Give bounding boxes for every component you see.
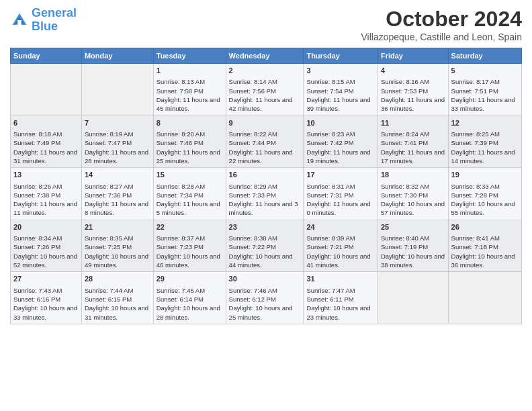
day-info: Daylight: 11 hours and 14 minutes. bbox=[451, 148, 519, 166]
day-info: Daylight: 10 hours and 49 minutes. bbox=[85, 252, 150, 270]
day-number: 27 bbox=[13, 274, 79, 284]
day-info: Daylight: 10 hours and 33 minutes. bbox=[13, 304, 79, 322]
main-title: October 2024 bbox=[361, 7, 522, 32]
day-cell: 20Sunrise: 8:34 AMSunset: 7:26 PMDayligh… bbox=[11, 220, 82, 272]
day-cell: 18Sunrise: 8:32 AMSunset: 7:30 PMDayligh… bbox=[378, 168, 448, 220]
day-number: 15 bbox=[157, 170, 223, 180]
day-number: 25 bbox=[381, 222, 445, 232]
logo: General Blue bbox=[10, 7, 77, 34]
day-info: Sunset: 7:58 PM bbox=[157, 87, 223, 95]
day-cell: 6Sunrise: 8:18 AMSunset: 7:49 PMDaylight… bbox=[11, 116, 82, 168]
day-info: Sunrise: 7:46 AM bbox=[229, 286, 301, 295]
day-info: Sunrise: 8:19 AM bbox=[85, 130, 150, 138]
day-info: Sunset: 6:14 PM bbox=[157, 295, 223, 304]
day-info: Sunset: 7:36 PM bbox=[85, 191, 150, 199]
day-info: Sunrise: 8:28 AM bbox=[157, 182, 223, 191]
day-info: Sunrise: 8:27 AM bbox=[85, 182, 150, 191]
day-info: Sunrise: 8:26 AM bbox=[13, 182, 79, 191]
day-info: Daylight: 11 hours and 28 minutes. bbox=[85, 148, 150, 166]
logo-icon bbox=[10, 11, 29, 30]
day-cell: 5Sunrise: 8:17 AMSunset: 7:51 PMDaylight… bbox=[448, 64, 521, 116]
day-info: Daylight: 11 hours and 0 minutes. bbox=[306, 199, 375, 218]
day-cell: 25Sunrise: 8:40 AMSunset: 7:19 PMDayligh… bbox=[378, 220, 448, 272]
day-info: Sunset: 6:15 PM bbox=[85, 295, 150, 304]
day-number: 17 bbox=[306, 170, 375, 180]
day-number: 5 bbox=[451, 66, 519, 76]
day-info: Sunrise: 8:25 AM bbox=[451, 130, 519, 138]
day-number: 14 bbox=[85, 170, 150, 180]
day-info: Daylight: 11 hours and 42 minutes. bbox=[229, 95, 301, 113]
day-info: Sunset: 7:46 PM bbox=[157, 138, 223, 147]
day-info: Sunrise: 8:23 AM bbox=[306, 130, 375, 138]
day-info: Sunrise: 8:24 AM bbox=[381, 130, 445, 138]
day-number: 29 bbox=[157, 274, 223, 284]
subtitle: Villazopeque, Castille and Leon, Spain bbox=[361, 32, 522, 42]
day-cell: 30Sunrise: 7:46 AMSunset: 6:12 PMDayligh… bbox=[226, 272, 304, 324]
day-info: Daylight: 10 hours and 55 minutes. bbox=[451, 199, 519, 218]
day-number: 16 bbox=[229, 170, 301, 180]
day-info: Sunset: 7:30 PM bbox=[381, 191, 445, 199]
day-info: Sunset: 7:54 PM bbox=[306, 87, 375, 95]
svg-rect-2 bbox=[17, 20, 21, 25]
day-info: Sunrise: 7:44 AM bbox=[85, 286, 150, 295]
week-row-4: 20Sunrise: 8:34 AMSunset: 7:26 PMDayligh… bbox=[11, 220, 522, 272]
logo-text: General Blue bbox=[32, 7, 77, 34]
day-info: Sunrise: 8:40 AM bbox=[381, 234, 445, 242]
day-info: Daylight: 11 hours and 39 minutes. bbox=[306, 95, 375, 113]
day-cell: 19Sunrise: 8:33 AMSunset: 7:28 PMDayligh… bbox=[448, 168, 521, 220]
day-info: Sunrise: 8:22 AM bbox=[229, 130, 301, 138]
day-cell: 27Sunrise: 7:43 AMSunset: 6:16 PMDayligh… bbox=[11, 272, 82, 324]
day-info: Sunset: 7:22 PM bbox=[229, 242, 301, 251]
day-number: 4 bbox=[381, 66, 445, 76]
day-info: Daylight: 11 hours and 36 minutes. bbox=[381, 95, 445, 113]
day-number: 20 bbox=[13, 222, 79, 232]
day-info: Sunset: 7:53 PM bbox=[381, 87, 445, 95]
day-info: Daylight: 10 hours and 57 minutes. bbox=[381, 199, 445, 218]
day-info: Sunrise: 8:35 AM bbox=[85, 234, 150, 242]
day-info: Sunrise: 8:13 AM bbox=[157, 77, 223, 86]
day-info: Sunset: 7:47 PM bbox=[85, 138, 150, 147]
day-info: Sunset: 7:38 PM bbox=[13, 191, 79, 199]
day-info: Daylight: 10 hours and 38 minutes. bbox=[381, 252, 445, 270]
title-block: October 2024 Villazopeque, Castille and … bbox=[361, 7, 522, 42]
day-cell: 7Sunrise: 8:19 AMSunset: 7:47 PMDaylight… bbox=[81, 116, 153, 168]
day-info: Sunset: 6:12 PM bbox=[229, 295, 301, 304]
page-header: General Blue October 2024 Villazopeque, … bbox=[10, 7, 522, 42]
day-info: Sunset: 7:39 PM bbox=[451, 138, 519, 147]
day-cell: 21Sunrise: 8:35 AMSunset: 7:25 PMDayligh… bbox=[81, 220, 153, 272]
day-cell bbox=[81, 64, 153, 116]
day-info: Daylight: 11 hours and 3 minutes. bbox=[229, 199, 301, 218]
column-header-tuesday: Tuesday bbox=[153, 48, 226, 64]
day-info: Daylight: 10 hours and 28 minutes. bbox=[157, 304, 223, 322]
day-info: Sunset: 7:41 PM bbox=[381, 138, 445, 147]
week-row-1: 1Sunrise: 8:13 AMSunset: 7:58 PMDaylight… bbox=[11, 64, 522, 116]
day-info: Sunrise: 8:15 AM bbox=[306, 77, 375, 86]
day-cell bbox=[11, 64, 82, 116]
day-info: Sunrise: 8:31 AM bbox=[306, 182, 375, 191]
day-number: 2 bbox=[229, 66, 301, 76]
day-info: Sunrise: 8:32 AM bbox=[381, 182, 445, 191]
day-info: Sunset: 7:28 PM bbox=[451, 191, 519, 199]
day-cell: 3Sunrise: 8:15 AMSunset: 7:54 PMDaylight… bbox=[304, 64, 378, 116]
day-info: Daylight: 11 hours and 17 minutes. bbox=[381, 148, 445, 166]
day-number: 7 bbox=[85, 118, 150, 128]
day-cell: 14Sunrise: 8:27 AMSunset: 7:36 PMDayligh… bbox=[81, 168, 153, 220]
day-number: 18 bbox=[381, 170, 445, 180]
day-number: 10 bbox=[306, 118, 375, 128]
day-info: Sunset: 7:34 PM bbox=[157, 191, 223, 199]
day-cell: 17Sunrise: 8:31 AMSunset: 7:31 PMDayligh… bbox=[304, 168, 378, 220]
day-info: Daylight: 11 hours and 31 minutes. bbox=[13, 148, 79, 166]
day-info: Daylight: 10 hours and 44 minutes. bbox=[229, 252, 301, 270]
day-info: Sunrise: 8:41 AM bbox=[451, 234, 519, 242]
day-info: Sunrise: 8:33 AM bbox=[451, 182, 519, 191]
day-cell: 15Sunrise: 8:28 AMSunset: 7:34 PMDayligh… bbox=[153, 168, 226, 220]
day-info: Sunrise: 8:38 AM bbox=[229, 234, 301, 242]
day-number: 6 bbox=[13, 118, 79, 128]
day-info: Sunrise: 8:18 AM bbox=[13, 130, 79, 138]
day-cell: 8Sunrise: 8:20 AMSunset: 7:46 PMDaylight… bbox=[153, 116, 226, 168]
day-info: Sunrise: 8:29 AM bbox=[229, 182, 301, 191]
day-info: Sunrise: 8:16 AM bbox=[381, 77, 445, 86]
day-info: Sunset: 7:31 PM bbox=[306, 191, 375, 199]
day-info: Sunrise: 7:43 AM bbox=[13, 286, 79, 295]
day-info: Sunset: 7:42 PM bbox=[306, 138, 375, 147]
